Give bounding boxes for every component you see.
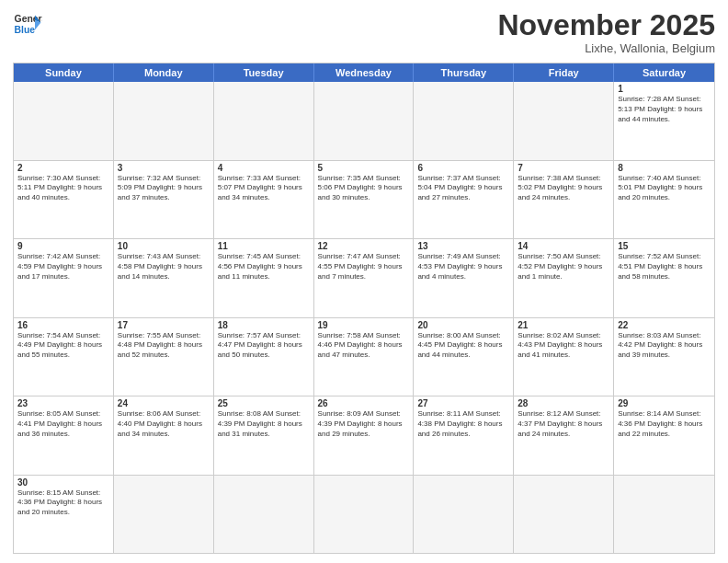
calendar-cell <box>514 82 614 159</box>
day-number: 11 <box>218 241 310 251</box>
calendar-cell: 16Sunrise: 7:54 AM Sunset: 4:49 PM Dayli… <box>14 318 114 396</box>
calendar-cell: 11Sunrise: 7:45 AM Sunset: 4:56 PM Dayli… <box>214 239 314 316</box>
day-number: 26 <box>318 398 410 408</box>
calendar-cell: 4Sunrise: 7:33 AM Sunset: 5:07 PM Daylig… <box>214 161 314 238</box>
calendar-cell: 6Sunrise: 7:37 AM Sunset: 5:04 PM Daylig… <box>414 161 514 238</box>
day-number: 16 <box>17 320 109 330</box>
day-number: 22 <box>618 320 711 330</box>
day-number: 2 <box>17 163 109 173</box>
calendar-cell: 21Sunrise: 8:02 AM Sunset: 4:43 PM Dayli… <box>514 318 614 396</box>
day-number: 3 <box>118 163 210 173</box>
day-info: Sunrise: 7:49 AM Sunset: 4:53 PM Dayligh… <box>417 252 509 282</box>
day-info: Sunrise: 7:28 AM Sunset: 5:13 PM Dayligh… <box>618 95 711 124</box>
calendar-header-cell: Sunday <box>14 63 114 82</box>
calendar-cell <box>514 476 614 553</box>
day-info: Sunrise: 8:15 AM Sunset: 4:36 PM Dayligh… <box>17 488 109 518</box>
calendar-cell: 12Sunrise: 7:47 AM Sunset: 4:55 PM Dayli… <box>314 239 415 316</box>
calendar-row: 23Sunrise: 8:05 AM Sunset: 4:41 PM Dayli… <box>14 396 714 475</box>
day-number: 30 <box>17 477 109 488</box>
day-number: 10 <box>118 241 210 251</box>
calendar-cell: 5Sunrise: 7:35 AM Sunset: 5:06 PM Daylig… <box>314 161 415 238</box>
calendar-row: 1Sunrise: 7:28 AM Sunset: 5:13 PM Daylig… <box>14 82 714 160</box>
calendar-cell: 29Sunrise: 8:14 AM Sunset: 4:36 PM Dayli… <box>614 396 714 474</box>
day-info: Sunrise: 7:55 AM Sunset: 4:48 PM Dayligh… <box>118 331 210 361</box>
day-number: 9 <box>17 241 109 251</box>
calendar-cell <box>214 476 314 553</box>
day-number: 28 <box>518 398 609 408</box>
calendar-cell: 13Sunrise: 7:49 AM Sunset: 4:53 PM Dayli… <box>414 239 514 316</box>
day-number: 20 <box>417 320 509 330</box>
calendar-cell: 14Sunrise: 7:50 AM Sunset: 4:52 PM Dayli… <box>514 239 614 316</box>
generalblue-logo-icon: General Blue <box>13 9 42 39</box>
calendar-header-cell: Saturday <box>614 63 714 82</box>
calendar-header-cell: Monday <box>114 63 214 82</box>
day-number: 14 <box>518 241 609 251</box>
calendar-cell <box>214 82 314 159</box>
calendar-header-cell: Wednesday <box>314 63 415 82</box>
day-info: Sunrise: 7:42 AM Sunset: 4:59 PM Dayligh… <box>17 252 109 282</box>
day-info: Sunrise: 8:03 AM Sunset: 4:42 PM Dayligh… <box>618 331 711 361</box>
calendar-cell <box>314 82 415 159</box>
day-info: Sunrise: 8:09 AM Sunset: 4:39 PM Dayligh… <box>318 409 410 439</box>
calendar-row: 30Sunrise: 8:15 AM Sunset: 4:36 PM Dayli… <box>14 476 714 553</box>
calendar-cell: 22Sunrise: 8:03 AM Sunset: 4:42 PM Dayli… <box>614 318 714 396</box>
calendar-cell: 20Sunrise: 8:00 AM Sunset: 4:45 PM Dayli… <box>414 318 514 396</box>
day-number: 4 <box>218 163 310 173</box>
day-info: Sunrise: 7:30 AM Sunset: 5:11 PM Dayligh… <box>17 174 109 203</box>
day-info: Sunrise: 7:37 AM Sunset: 5:04 PM Dayligh… <box>417 174 509 203</box>
calendar-cell: 19Sunrise: 7:58 AM Sunset: 4:46 PM Dayli… <box>314 318 415 396</box>
day-number: 1 <box>618 84 711 94</box>
calendar-cell: 2Sunrise: 7:30 AM Sunset: 5:11 PM Daylig… <box>14 161 114 238</box>
day-number: 6 <box>417 163 509 173</box>
day-info: Sunrise: 8:05 AM Sunset: 4:41 PM Dayligh… <box>17 409 109 439</box>
calendar-cell: 15Sunrise: 7:52 AM Sunset: 4:51 PM Dayli… <box>614 239 714 316</box>
day-info: Sunrise: 7:43 AM Sunset: 4:58 PM Dayligh… <box>118 252 210 282</box>
day-info: Sunrise: 7:47 AM Sunset: 4:55 PM Dayligh… <box>318 252 410 282</box>
calendar-cell: 9Sunrise: 7:42 AM Sunset: 4:59 PM Daylig… <box>14 239 114 316</box>
day-info: Sunrise: 8:08 AM Sunset: 4:39 PM Dayligh… <box>218 409 310 439</box>
calendar-header-row: SundayMondayTuesdayWednesdayThursdayFrid… <box>14 63 714 82</box>
day-info: Sunrise: 7:40 AM Sunset: 5:01 PM Dayligh… <box>618 174 711 203</box>
day-number: 5 <box>318 163 410 173</box>
calendar-cell: 26Sunrise: 8:09 AM Sunset: 4:39 PM Dayli… <box>314 396 415 474</box>
day-info: Sunrise: 8:06 AM Sunset: 4:40 PM Dayligh… <box>118 409 210 439</box>
calendar-cell <box>314 476 415 553</box>
calendar: SundayMondayTuesdayWednesdayThursdayFrid… <box>13 63 715 554</box>
day-number: 27 <box>417 398 509 408</box>
calendar-cell: 7Sunrise: 7:38 AM Sunset: 5:02 PM Daylig… <box>514 161 614 238</box>
calendar-header-cell: Tuesday <box>214 63 314 82</box>
calendar-row: 2Sunrise: 7:30 AM Sunset: 5:11 PM Daylig… <box>14 161 714 239</box>
calendar-cell: 23Sunrise: 8:05 AM Sunset: 4:41 PM Dayli… <box>14 396 114 474</box>
calendar-header-cell: Thursday <box>414 63 514 82</box>
calendar-cell <box>14 82 114 159</box>
title-block: November 2025 Lixhe, Wallonia, Belgium <box>497 9 715 55</box>
day-info: Sunrise: 7:58 AM Sunset: 4:46 PM Dayligh… <box>318 331 410 361</box>
day-number: 13 <box>417 241 509 251</box>
calendar-cell <box>114 82 214 159</box>
day-info: Sunrise: 8:14 AM Sunset: 4:36 PM Dayligh… <box>618 409 711 439</box>
day-number: 15 <box>618 241 711 251</box>
day-info: Sunrise: 8:00 AM Sunset: 4:45 PM Dayligh… <box>417 331 509 361</box>
calendar-row: 9Sunrise: 7:42 AM Sunset: 4:59 PM Daylig… <box>14 239 714 317</box>
day-info: Sunrise: 7:54 AM Sunset: 4:49 PM Dayligh… <box>17 331 109 361</box>
logo: General Blue <box>13 9 42 39</box>
calendar-cell <box>414 82 514 159</box>
day-number: 25 <box>218 398 310 408</box>
calendar-title: November 2025 <box>497 9 715 41</box>
day-info: Sunrise: 7:38 AM Sunset: 5:02 PM Dayligh… <box>518 174 609 203</box>
calendar-row: 16Sunrise: 7:54 AM Sunset: 4:49 PM Dayli… <box>14 318 714 396</box>
day-number: 18 <box>218 320 310 330</box>
calendar-cell: 27Sunrise: 8:11 AM Sunset: 4:38 PM Dayli… <box>414 396 514 474</box>
calendar-cell: 28Sunrise: 8:12 AM Sunset: 4:37 PM Dayli… <box>514 396 614 474</box>
day-info: Sunrise: 7:52 AM Sunset: 4:51 PM Dayligh… <box>618 252 711 282</box>
calendar-cell: 24Sunrise: 8:06 AM Sunset: 4:40 PM Dayli… <box>114 396 214 474</box>
day-info: Sunrise: 8:12 AM Sunset: 4:37 PM Dayligh… <box>518 409 609 439</box>
calendar-cell: 3Sunrise: 7:32 AM Sunset: 5:09 PM Daylig… <box>114 161 214 238</box>
day-info: Sunrise: 7:45 AM Sunset: 4:56 PM Dayligh… <box>218 252 310 282</box>
calendar-cell: 30Sunrise: 8:15 AM Sunset: 4:36 PM Dayli… <box>14 476 114 553</box>
calendar-cell: 18Sunrise: 7:57 AM Sunset: 4:47 PM Dayli… <box>214 318 314 396</box>
svg-text:Blue: Blue <box>15 25 36 35</box>
calendar-header-cell: Friday <box>514 63 614 82</box>
day-info: Sunrise: 8:11 AM Sunset: 4:38 PM Dayligh… <box>417 409 509 439</box>
calendar-cell <box>414 476 514 553</box>
